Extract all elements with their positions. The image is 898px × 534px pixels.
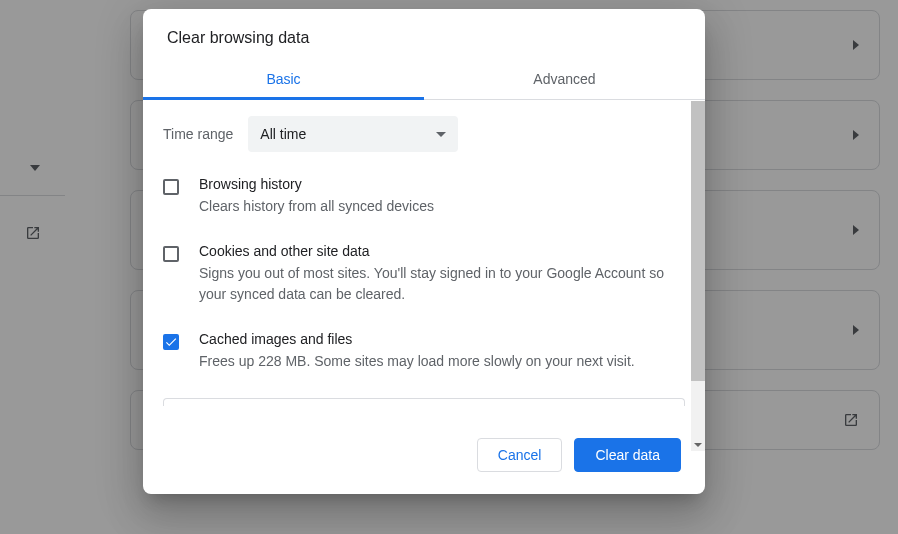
option-text: Browsing history Clears history from all…: [199, 176, 685, 217]
option-title: Cached images and files: [199, 331, 665, 347]
dialog-footer: Cancel Clear data: [143, 418, 705, 494]
option-desc: Frees up 228 MB. Some sites may load mor…: [199, 351, 665, 372]
dialog-body: Time range All time Browsing history Cle…: [143, 100, 705, 418]
dialog-tabs: Basic Advanced: [143, 59, 705, 100]
checkbox-browsing-history[interactable]: [163, 179, 179, 195]
option-text: Cached images and files Frees up 228 MB.…: [199, 331, 685, 372]
info-box-cutoff: [163, 398, 685, 406]
option-desc: Clears history from all synced devices: [199, 196, 665, 217]
option-desc: Signs you out of most sites. You'll stay…: [199, 263, 665, 305]
tab-advanced[interactable]: Advanced: [424, 59, 705, 99]
scrollbar-down-arrow-icon[interactable]: [694, 443, 702, 447]
caret-down-icon: [436, 132, 446, 137]
option-cached-images: Cached images and files Frees up 228 MB.…: [163, 331, 685, 372]
scrollbar-track[interactable]: [691, 101, 705, 451]
option-cookies: Cookies and other site data Signs you ou…: [163, 243, 685, 305]
time-range-label: Time range: [163, 126, 233, 142]
dialog-scroll-area: Time range All time Browsing history Cle…: [143, 100, 705, 418]
option-title: Cookies and other site data: [199, 243, 665, 259]
clear-data-button[interactable]: Clear data: [574, 438, 681, 472]
option-text: Cookies and other site data Signs you ou…: [199, 243, 685, 305]
option-browsing-history: Browsing history Clears history from all…: [163, 176, 685, 217]
tab-basic[interactable]: Basic: [143, 59, 424, 99]
cancel-button[interactable]: Cancel: [477, 438, 563, 472]
checkbox-cached-images[interactable]: [163, 334, 179, 350]
dialog-title: Clear browsing data: [143, 9, 705, 59]
time-range-select[interactable]: All time: [248, 116, 458, 152]
time-range-row: Time range All time: [163, 112, 685, 152]
option-title: Browsing history: [199, 176, 665, 192]
clear-browsing-data-dialog: Clear browsing data Basic Advanced Time …: [143, 9, 705, 494]
scrollbar-thumb[interactable]: [691, 101, 705, 381]
checkbox-cookies[interactable]: [163, 246, 179, 262]
time-range-value: All time: [260, 126, 306, 142]
